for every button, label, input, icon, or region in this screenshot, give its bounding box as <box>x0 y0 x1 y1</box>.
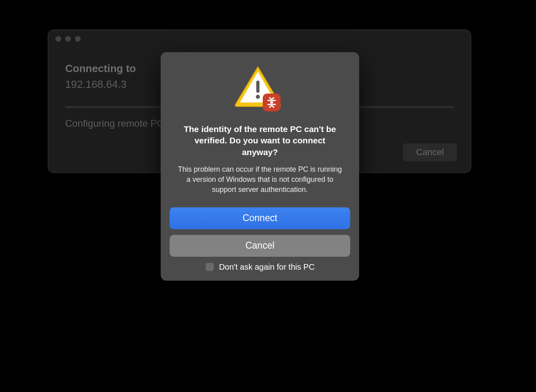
dont-ask-again-checkbox[interactable] <box>205 262 214 271</box>
close-icon[interactable] <box>55 36 61 42</box>
minimize-icon[interactable] <box>65 36 71 42</box>
dialog-icon-container <box>170 64 350 113</box>
connect-button[interactable]: Connect <box>170 207 350 229</box>
dialog-description: This problem can occur if the remote PC … <box>175 164 345 195</box>
svg-point-1 <box>256 95 260 99</box>
identity-warning-dialog: The identity of the remote PC can't be v… <box>161 52 359 281</box>
svg-rect-0 <box>256 81 259 93</box>
dont-ask-again-label: Don't ask again for this PC <box>219 262 315 272</box>
svg-point-3 <box>270 101 273 104</box>
cancel-button[interactable]: Cancel <box>170 235 350 257</box>
dont-ask-again-row[interactable]: Don't ask again for this PC <box>170 262 350 272</box>
zoom-icon[interactable] <box>75 36 81 42</box>
background-cancel-button[interactable]: Cancel <box>403 143 457 161</box>
warning-triangle-icon <box>234 64 286 113</box>
window-titlebar <box>48 30 471 48</box>
dialog-title: The identity of the remote PC can't be v… <box>178 124 342 158</box>
